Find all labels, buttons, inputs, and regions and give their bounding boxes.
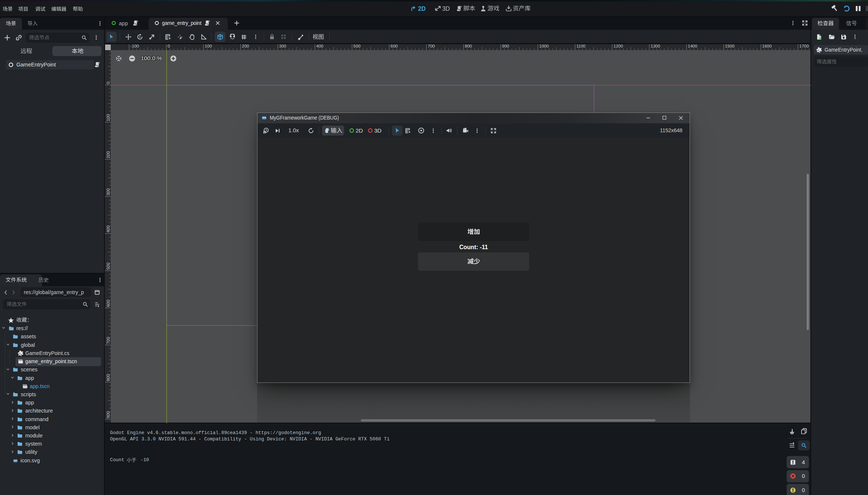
svg-text:s: s (819, 50, 820, 52)
